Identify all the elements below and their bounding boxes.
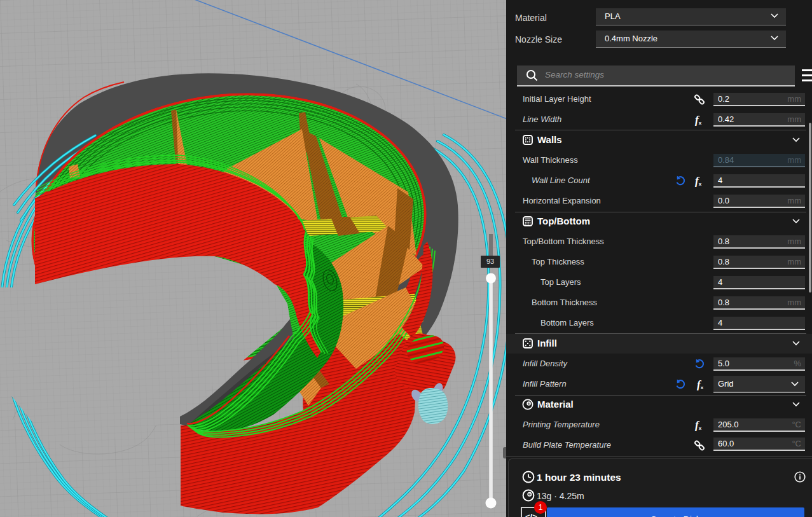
- svg-text:93: 93: [486, 258, 494, 265]
